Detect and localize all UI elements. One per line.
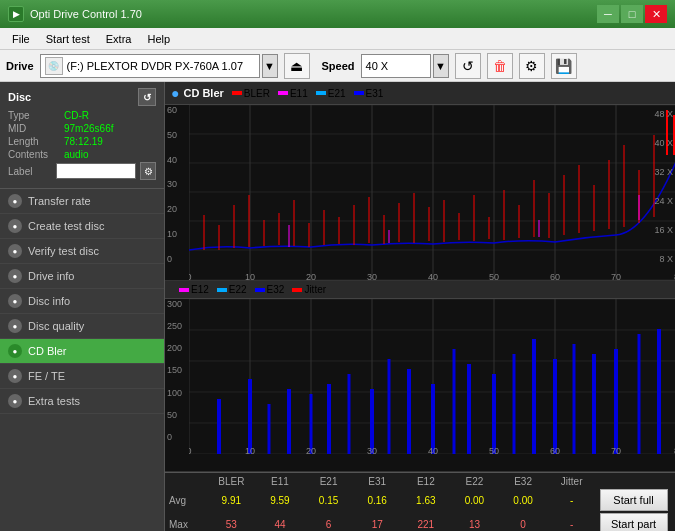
main-area: Disc ↺ Type CD-R MID 97m26s66f Length 78… [0,82,675,531]
sidebar-item-disc-info[interactable]: ●Disc info [0,289,164,314]
svg-text:70: 70 [611,446,621,454]
disc-refresh-button[interactable]: ↺ [138,88,156,106]
stats-max-e11: 44 [256,519,305,530]
menu-file[interactable]: File [4,31,38,47]
legend-e21-label: E21 [328,88,346,99]
stats-header-e22: E22 [450,476,499,487]
start-part-button[interactable]: Start part [600,513,668,531]
disc-contents-row: Contents audio [8,149,156,160]
svg-text:20: 20 [306,272,316,280]
chart1-y-labels: 60 50 40 30 20 10 0 [167,105,177,264]
maximize-button[interactable]: □ [621,5,643,23]
sidebar-item-verify-test-disc[interactable]: ●Verify test disc [0,239,164,264]
svg-text:20: 20 [306,446,316,454]
menu-help[interactable]: Help [139,31,178,47]
stats-avg-label: Avg [169,495,207,506]
nav-label-create-test-disc: Create test disc [28,220,104,232]
title-text: Opti Drive Control 1.70 [30,8,142,20]
refresh-button[interactable]: ↺ [455,53,481,79]
stats-table: BLER E11 E21 E31 E12 E22 E32 Jitter Avg … [165,472,675,531]
svg-text:70: 70 [611,272,621,280]
sidebar-item-drive-info[interactable]: ●Drive info [0,264,164,289]
svg-text:10: 10 [245,272,255,280]
chart1-icon: ● [171,85,179,101]
stats-max-e12: 221 [402,519,451,530]
legend2-jitter-color [292,288,302,292]
chart2-svg: 0 10 20 30 40 50 60 70 80 min [189,299,675,454]
menu-starttest[interactable]: Start test [38,31,98,47]
legend-e21-color [316,91,326,95]
speed-dropdown-arrow[interactable]: ▼ [433,54,449,78]
disc-mid-row: MID 97m26s66f [8,123,156,134]
speed-select[interactable]: 40 X [361,54,431,78]
sidebar-item-cd-bler[interactable]: ●CD Bler [0,339,164,364]
svg-text:50: 50 [489,446,499,454]
chart2-y-labels: 300 250 200 150 100 50 0 [167,299,182,442]
nav-label-cd-bler: CD Bler [28,345,67,357]
close-button[interactable]: ✕ [645,5,667,23]
svg-text:50: 50 [489,272,499,280]
legend-e11-label: E11 [290,88,308,99]
nav-icon-drive-info: ● [8,269,22,283]
stats-max-bler: 53 [207,519,256,530]
nav-icon-cd-bler: ● [8,344,22,358]
stats-header-e31: E31 [353,476,402,487]
svg-text:40: 40 [428,446,438,454]
sidebar-item-extra-tests[interactable]: ●Extra tests [0,389,164,414]
svg-text:0: 0 [189,272,192,280]
nav-icon-verify-test-disc: ● [8,244,22,258]
legend-e31-label: E31 [366,88,384,99]
app-icon: ▶ [8,6,24,22]
menubar: File Start test Extra Help [0,28,675,50]
stats-max-row: Max 53 44 6 17 221 13 0 - Start part [169,512,671,531]
stats-avg-jitter: - [547,495,596,506]
legend-bler: BLER [232,88,270,99]
erase-button[interactable]: 🗑 [487,53,513,79]
save-button[interactable]: 💾 [551,53,577,79]
eject-button[interactable]: ⏏ [284,53,310,79]
chart2-titlebar: E12 E22 E32 Jitter [165,281,675,299]
drive-select[interactable]: 💿 (F:) PLEXTOR DVDR PX-760A 1.07 [40,54,260,78]
disc-contents-value: audio [64,149,88,160]
disc-panel: Disc ↺ Type CD-R MID 97m26s66f Length 78… [0,82,164,189]
disc-mid-value: 97m26s66f [64,123,113,134]
stats-max-actions: Start part [596,513,671,531]
legend2-e22-label: E22 [229,284,247,295]
svg-text:60: 60 [550,446,560,454]
sidebar-item-transfer-rate[interactable]: ●Transfer rate [0,189,164,214]
legend-bler-color [232,91,242,95]
legend2-e32-label: E32 [267,284,285,295]
sidebar-item-disc-quality[interactable]: ●Disc quality [0,314,164,339]
start-full-button[interactable]: Start full [600,489,668,511]
speed-label: Speed [322,60,355,72]
drive-name: (F:) PLEXTOR DVDR PX-760A 1.07 [67,60,243,72]
chart1-body: 0 10 20 30 40 50 60 70 80 min 60 50 40 3… [165,105,675,280]
settings-button[interactable]: ⚙ [519,53,545,79]
drive-dropdown-arrow[interactable]: ▼ [262,54,278,78]
legend2-e12: E12 [179,284,209,295]
legend-e31-color [354,91,364,95]
stats-header-e12: E12 [402,476,451,487]
stats-avg-e11: 9.59 [256,495,305,506]
stats-max-label: Max [169,519,207,530]
titlebar: ▶ Opti Drive Control 1.70 ─ □ ✕ [0,0,675,28]
nav-icon-fe-te: ● [8,369,22,383]
disc-label-settings-button[interactable]: ⚙ [140,162,156,180]
chart1-titlebar: ● CD Bler BLER E11 E21 [165,82,675,105]
disc-label: Disc [8,91,31,103]
stats-max-e22: 13 [450,519,499,530]
disc-header: Disc ↺ [8,88,156,106]
drivebar: Drive 💿 (F:) PLEXTOR DVDR PX-760A 1.07 ▼… [0,50,675,82]
sidebar-item-fe-te[interactable]: ●FE / TE [0,364,164,389]
disc-label-input[interactable] [56,163,136,179]
nav-icon-transfer-rate: ● [8,194,22,208]
disc-length-label: Length [8,136,64,147]
legend-e31: E31 [354,88,384,99]
sidebar-item-create-test-disc[interactable]: ●Create test disc [0,214,164,239]
menu-extra[interactable]: Extra [98,31,140,47]
stats-avg-actions: Start full [596,489,671,511]
disc-contents-label: Contents [8,149,64,160]
minimize-button[interactable]: ─ [597,5,619,23]
legend-e11: E11 [278,88,308,99]
svg-text:40: 40 [428,272,438,280]
